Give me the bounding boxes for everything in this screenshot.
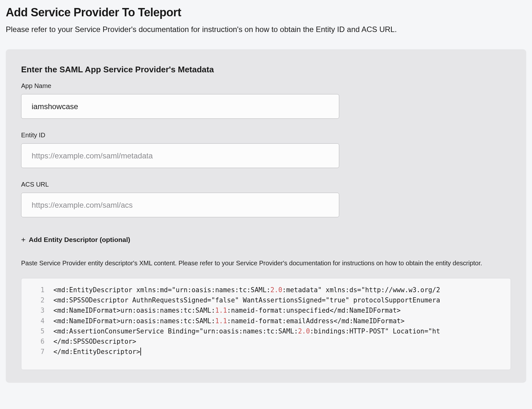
page-subtitle: Please refer to your Service Provider's …	[6, 25, 526, 34]
metadata-card: Enter the SAML App Service Provider's Me…	[6, 49, 526, 383]
line-number: 2	[21, 295, 53, 305]
code-content: <md:SPSSODescriptor AuthnRequestsSigned=…	[53, 295, 511, 305]
code-line: 7</md:EntityDescriptor>	[21, 347, 511, 357]
code-line: 2<md:SPSSODescriptor AuthnRequestsSigned…	[21, 295, 511, 305]
code-content: <md:EntityDescriptor xmlns:md="urn:oasis…	[53, 285, 511, 295]
code-line: 5<md:AssertionConsumerService Binding="u…	[21, 326, 511, 336]
line-number: 1	[21, 285, 53, 295]
app-name-input[interactable]	[21, 94, 339, 119]
entity-descriptor-editor[interactable]: 1<md:EntityDescriptor xmlns:md="urn:oasi…	[21, 278, 511, 370]
entity-id-input[interactable]	[21, 143, 339, 168]
acs-url-label: ACS URL	[21, 181, 511, 188]
code-line: 1<md:EntityDescriptor xmlns:md="urn:oasi…	[21, 285, 511, 295]
line-number: 3	[21, 305, 53, 316]
add-entity-descriptor-label: Add Entity Descriptor (optional)	[29, 236, 130, 244]
code-content: <md:AssertionConsumerService Binding="ur…	[53, 326, 511, 336]
page-title: Add Service Provider To Teleport	[6, 6, 526, 19]
entity-descriptor-help: Paste Service Provider entity descriptor…	[21, 258, 511, 269]
app-name-label: App Name	[21, 82, 511, 90]
code-content: <md:NameIDFormat>urn:oasis:names:tc:SAML…	[53, 316, 511, 326]
line-number: 5	[21, 326, 53, 336]
entity-id-label: Entity ID	[21, 132, 511, 139]
line-number: 4	[21, 316, 53, 326]
acs-url-input[interactable]	[21, 193, 339, 217]
line-number: 7	[21, 347, 53, 357]
code-line: 4<md:NameIDFormat>urn:oasis:names:tc:SAM…	[21, 316, 511, 326]
code-line: 6</md:SPSSODescriptor>	[21, 336, 511, 347]
code-line: 3<md:NameIDFormat>urn:oasis:names:tc:SAM…	[21, 305, 511, 316]
code-content: </md:SPSSODescriptor>	[53, 336, 511, 347]
text-cursor	[140, 348, 141, 356]
line-number: 6	[21, 336, 53, 347]
plus-icon: +	[21, 236, 26, 244]
section-heading: Enter the SAML App Service Provider's Me…	[21, 65, 511, 75]
code-content: </md:EntityDescriptor>	[53, 347, 511, 357]
add-entity-descriptor-button[interactable]: + Add Entity Descriptor (optional)	[21, 236, 130, 244]
code-content: <md:NameIDFormat>urn:oasis:names:tc:SAML…	[53, 305, 511, 316]
